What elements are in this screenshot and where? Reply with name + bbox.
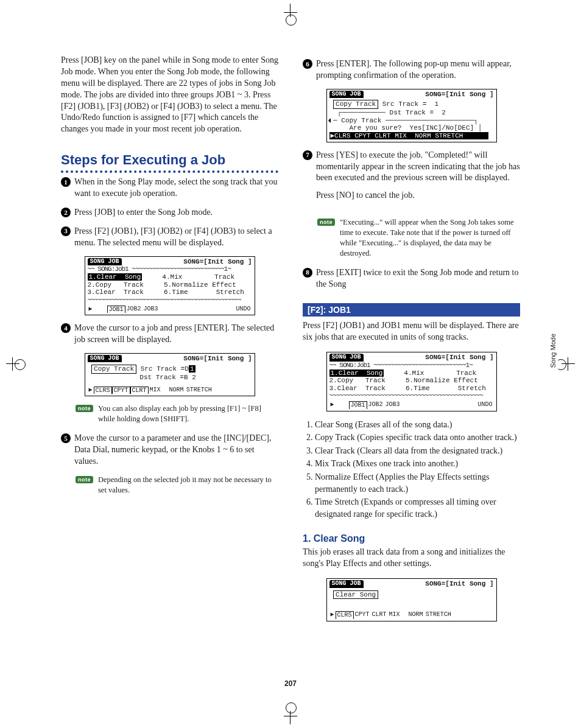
step-3: 3 Press [F2] (JOB1), [F3] (JOB2) or [F4]… [61,226,278,249]
note-icon: note [76,476,93,483]
step-number-icon: 6 [303,59,312,69]
lcd-divider: ~~ SONG:Job1 ~~~~~~~~~~~~~~~~~~~~~~~~~~~… [88,265,252,273]
section-bar-f2-job1: [F2]: JOB1 [303,303,520,317]
section-intro: Press [F2] (JOB1) and JOB1 menu will be … [303,320,520,343]
step-text: Press [F2] (JOB1), [F3] (JOB2) or [F4] (… [74,226,278,249]
list-item: Mix Track (Mixes one track into another.… [315,458,520,470]
lcd-screenshot-confirm-popup: SONG JOB SONG=[Init Song ] Copy Track Sr… [326,89,497,142]
list-item: Normalize Effect (Applies the Play Effec… [315,471,520,495]
step-text: When in the Song Play mode, select the s… [74,177,278,200]
lcd-item-selected: 1.Clear Song [88,273,143,281]
note-text: Depending on the selected job it may not… [98,475,278,495]
note-text: "Executing..." will appear when the Song… [340,217,520,259]
list-item: Time Stretch (Expands or compresses all … [315,496,520,520]
step-8: 8 Press [EXIT] twice to exit the Song Jo… [303,267,520,290]
step-text: Press [ENTER]. The following pop-up menu… [316,58,520,82]
crop-mark-left [4,355,22,373]
intro-paragraph: Press [JOB] key on the panel while in So… [61,55,278,135]
step-number-icon: 7 [303,150,312,160]
clear-song-text: This job erases all track data from a so… [303,547,520,570]
step-number-icon: 5 [61,433,71,443]
lcd-screenshot-job1-menu: SONG JOB SONG=[Init Song ] ~~ SONG:Job1 … [326,352,497,411]
step-2: 2 Press [JOB] to enter the Song Job mode… [61,207,278,219]
note-executing: note "Executing..." will appear when the… [317,217,520,259]
lcd-screenshot-job-menu: SONG JOB SONG=[Init Song ] ~~ SONG:Job1 … [85,256,255,315]
left-column: Press [JOB] key on the panel while in So… [61,55,278,629]
step-number-icon: 2 [61,208,71,217]
lcd-footer-tabs: ▶ JOB1 JOB2 JOB3 UNDO [88,306,252,313]
note-icon: note [317,219,335,226]
step-text: Press [JOB] to enter the Song Job mode. [74,207,213,219]
step-4: 4 Move the cursor to a job and press [EN… [61,323,278,346]
lcd-screenshot-copy-track: SONG JOB SONG=[Init Song ] Copy Track Sr… [85,353,255,396]
heading-steps: Steps for Executing a Job [61,152,278,173]
list-item: Clear Song (Erases all of the song data.… [315,419,520,431]
step-number-icon: 1 [61,177,71,187]
lcd-title-left: SONG JOB [88,258,122,266]
step-7: 7 Press [YES] to execute the job. "Compl… [303,150,520,211]
note-text: You can also display each job by pressin… [98,404,278,424]
crop-mark-right [559,355,577,373]
note-not-necessary: note Depending on the selected job it ma… [76,475,278,495]
step-5: 5 Move the cursor to a parameter and use… [61,433,278,467]
step-text-no: Press [NO] to cancel the job. [316,190,520,201]
step-text: Press [EXIT] twice to exit the Song Job … [316,267,520,290]
lcd-screenshot-clear-song: SONG JOB SONG=[Init Song ] Clear Song ▶ … [326,578,497,621]
side-tab: Song Mode [548,329,558,373]
step-text: Press [YES] to execute the job. "Complet… [316,150,520,184]
step-number-icon: 4 [61,323,71,333]
job-list: Clear Song (Erases all of the song data.… [303,419,520,520]
page-number: 207 [0,679,581,688]
list-item: Copy Track (Copies specific track data o… [315,432,520,444]
step-number-icon: 8 [303,268,312,278]
list-item: Clear Track (Clears all data from the de… [315,445,520,457]
note-shift-f-keys: note You can also display each job by pr… [76,404,278,424]
manual-page: Song Mode Press [JOB] key on the panel w… [0,0,581,728]
step-1: 1 When in the Song Play mode, select the… [61,177,278,200]
step-text: Move the cursor to a job and press [ENTE… [74,323,278,346]
lcd-title-right: SONG=[Init Song ] [183,258,252,266]
heading-clear-song: 1. Clear Song [303,533,520,544]
crop-mark-top [281,4,300,22]
right-column: 6 Press [ENTER]. The following pop-up me… [303,55,520,629]
step-number-icon: 3 [61,226,71,236]
step-6: 6 Press [ENTER]. The following pop-up me… [303,58,520,82]
step-text: Move the cursor to a parameter and use t… [74,433,278,467]
note-icon: note [76,405,93,412]
crop-mark-bottom [281,706,300,724]
